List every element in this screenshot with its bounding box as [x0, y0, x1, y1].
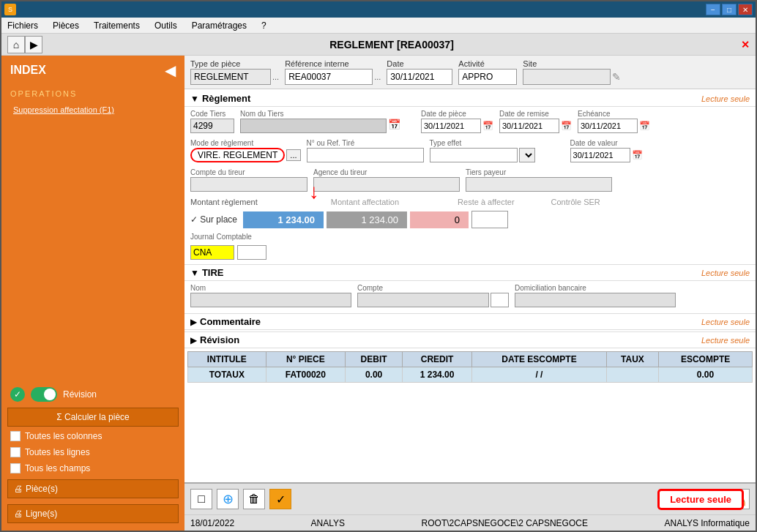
entries-table: INTITULE N° PIECE DEBIT CREDIT DATE ESCO… [187, 351, 753, 383]
nom-label: Nom [190, 284, 351, 292]
type-piece-input [190, 69, 271, 85]
revision-section-title: Révision [200, 334, 239, 345]
lecture-seule-badge-3: Lecture seule [701, 318, 750, 326]
mode-reglement-btn[interactable]: ... [286, 149, 300, 161]
toutes-colonnes-checkbox[interactable] [10, 431, 20, 441]
revision-toggle[interactable] [31, 387, 57, 402]
table-row[interactable]: TOTAUX FAT00020 0.00 1 234.00 / / 0.00 [188, 367, 753, 383]
col-intitule: INTITULE [188, 352, 266, 367]
mode-reglement-value: VIRE. REGLEMENT [190, 148, 285, 162]
sidebar-collapse-button[interactable]: ◀ [165, 61, 176, 79]
piece-button[interactable]: 🖨 Pièce(s) [7, 479, 179, 498]
calcul-button[interactable]: Σ Calculer la pièce [7, 408, 179, 427]
date-piece-label: Date de pièce [421, 110, 493, 118]
form-close-button[interactable]: ✕ [741, 39, 750, 50]
cal-icon-tiers[interactable]: 📅 [388, 119, 400, 133]
date-label: Date [387, 59, 452, 68]
status-user: ANALYS [311, 518, 345, 528]
date-piece-input[interactable] [421, 119, 481, 133]
cell-n-piece: FAT00020 [266, 367, 345, 383]
add-button[interactable]: ⊕ [217, 489, 239, 509]
montant-affectation-value: 1 234.00 [327, 211, 407, 228]
site-input[interactable] [523, 69, 611, 85]
journal-input[interactable] [190, 245, 234, 260]
tire-section-title: TIRE [202, 267, 224, 278]
tous-champs-checkbox[interactable] [10, 463, 20, 473]
compte-tire-input [357, 293, 489, 307]
code-tiers-input [190, 119, 234, 133]
ref-interne-ellipsis[interactable]: ... [374, 72, 381, 81]
status-date: 18/01/2022 [190, 518, 234, 528]
close-window-button[interactable]: ✕ [738, 4, 753, 15]
menu-parametrages[interactable]: Paramétrages [189, 19, 250, 32]
type-piece-ellipsis[interactable]: ... [272, 72, 279, 81]
delete-button[interactable]: 🗑 [243, 489, 265, 509]
num-ref-label: N° ou Ref. Tiré [307, 139, 424, 147]
num-ref-input[interactable] [307, 148, 424, 162]
menu-bar: Fichiers Pièces Traitements Outils Param… [1, 18, 756, 34]
cell-taux [606, 367, 658, 383]
cell-debit: 0.00 [346, 367, 403, 383]
minimize-button[interactable]: − [706, 4, 720, 15]
cell-credit: 1 234.00 [403, 367, 472, 383]
compte-extra-input[interactable] [491, 293, 509, 307]
date-valeur-label: Date de valeur [570, 139, 643, 147]
col-n-piece: N° PIECE [266, 352, 345, 367]
toutes-lignes-checkbox[interactable] [10, 447, 20, 457]
cell-date-escompte: / / [472, 367, 607, 383]
validate-button[interactable]: ✓ [269, 489, 291, 509]
tire-toggle[interactable]: ▼ [190, 268, 199, 278]
operations-label: OPERATIONS [1, 85, 184, 102]
site-label: Site [523, 59, 621, 68]
cal-icon-remise[interactable]: 📅 [561, 121, 572, 131]
agence-tireur-input [313, 177, 460, 192]
echeance-input[interactable] [578, 119, 638, 133]
controle-ser-input[interactable] [471, 211, 508, 228]
type-effet-input[interactable] [430, 148, 518, 162]
montant-reglement-value: 1 234.00 [243, 211, 324, 228]
nom-tiers-input [240, 119, 387, 133]
nom-tiers-label: Nom du Tiers [240, 110, 400, 118]
reglement-toggle[interactable]: ▼ [190, 94, 199, 104]
revision-form-toggle[interactable]: ▶ [190, 335, 197, 345]
date-input[interactable] [387, 69, 452, 85]
journal-extra-input[interactable] [237, 245, 266, 260]
edit-icon[interactable]: ✎ [612, 71, 621, 83]
ref-interne-label: Référence interne [285, 59, 381, 68]
lecture-seule-badge-1: Lecture seule [701, 94, 750, 103]
col-debit: DEBIT [346, 352, 403, 367]
cell-intitule: TOTAUX [188, 367, 266, 383]
home-button[interactable]: ⌂ [7, 36, 25, 53]
cal-icon-echeance[interactable]: 📅 [639, 121, 650, 131]
suppression-affectation-link[interactable]: Suppression affectation (F1) [1, 102, 184, 117]
menu-outils[interactable]: Outils [152, 19, 180, 32]
menu-traitements[interactable]: Traitements [91, 19, 143, 32]
agence-tireur-label: Agence du tireur [313, 168, 460, 176]
doc-blank-button[interactable]: □ [190, 489, 212, 509]
menu-fichiers[interactable]: Fichiers [4, 19, 41, 32]
revision-label: Révision [63, 389, 97, 400]
commentaire-toggle[interactable]: ▶ [190, 317, 197, 327]
sur-place-label: ✓ Sur place [190, 214, 237, 225]
lecture-seule-main-badge: Lecture seule [657, 489, 744, 510]
tous-champs-label: Tous les champs [25, 463, 90, 473]
menu-help[interactable]: ? [258, 19, 269, 32]
montant-affectation-col: Montant affectation [331, 198, 399, 206]
maximize-button[interactable]: □ [722, 4, 737, 15]
ligne-button[interactable]: 🖨 Ligne(s) [7, 504, 179, 523]
cal-icon-piece[interactable]: 📅 [482, 121, 493, 131]
menu-pieces[interactable]: Pièces [50, 19, 82, 32]
toutes-colonnes-label: Toutes les colonnes [25, 431, 102, 441]
nav-button[interactable]: ▶ [25, 36, 42, 53]
commentaire-section-title: Commentaire [200, 316, 261, 327]
reglement-section-title: Règlement [202, 93, 250, 104]
piece-icon: 🖨 [14, 484, 23, 494]
date-remise-input[interactable] [499, 119, 559, 133]
ligne-icon: 🖨 [14, 509, 23, 519]
cal-icon-valeur[interactable]: 📅 [632, 150, 643, 160]
ref-interne-input[interactable] [285, 69, 373, 85]
type-effet-select[interactable] [519, 148, 535, 162]
col-escompte: ESCOMPTE [659, 352, 753, 367]
activite-input[interactable] [458, 69, 517, 85]
date-valeur-input[interactable] [570, 148, 630, 162]
